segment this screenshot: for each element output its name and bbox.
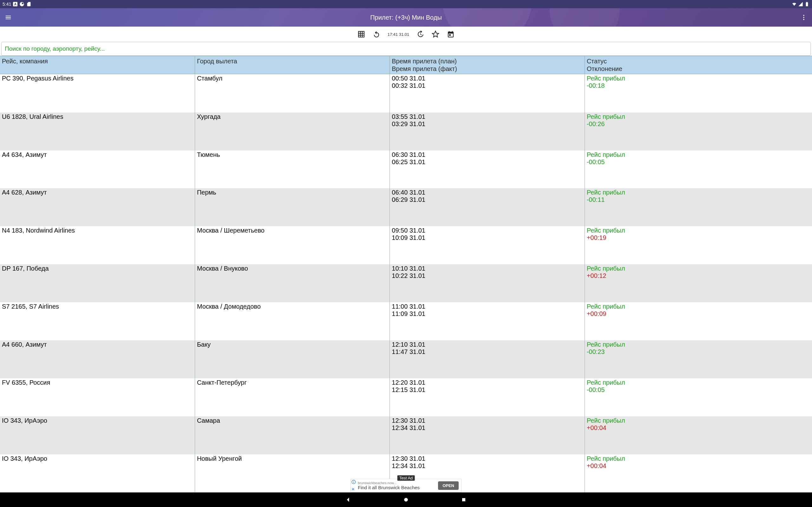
cell-status: Рейс прибыл-00:23 (585, 340, 812, 378)
svg-point-0 (803, 15, 804, 16)
table-row[interactable]: U6 1828, Ural AirlinesХургада03:55 31.01… (0, 112, 812, 151)
nav-back-button[interactable] (345, 496, 352, 503)
cell-city: Москва / Внуково (195, 264, 390, 302)
overflow-menu-button[interactable] (799, 13, 808, 22)
table-row[interactable]: IO 343, ИрАэроСамара12:30 31.0112:34 31.… (0, 416, 812, 454)
table-header-row: Рейс, компания Город вылета Время прилет… (0, 56, 812, 74)
table-row[interactable]: A4 628, АзимутПермь06:40 31.0106:29 31.0… (0, 188, 812, 226)
cell-time: 11:00 31.0111:09 31.01 (390, 302, 585, 340)
svg-rect-9 (353, 482, 354, 483)
refresh-button[interactable] (372, 30, 380, 38)
ad-line2: Find it all Brunswick Beaches (358, 485, 420, 491)
status-keyboard-icon: A (13, 2, 17, 6)
nav-recent-button[interactable] (460, 496, 467, 503)
cell-flight: IO 343, ИрАэро (0, 454, 195, 493)
status-time: 5:41 (3, 2, 11, 7)
cell-time: 12:10 31.0111:47 31.01 (390, 340, 585, 378)
table-row[interactable]: A4 660, АзимутБаку12:10 31.0111:47 31.01… (0, 340, 812, 378)
cell-flight: U6 1828, Ural Airlines (0, 112, 195, 151)
cell-city: Пермь (195, 188, 390, 226)
nav-home-button[interactable] (403, 496, 409, 503)
status-progress-icon (19, 2, 24, 7)
cell-status: Рейс прибыл+00:04 (585, 416, 812, 454)
cell-status: Рейс прибыл-00:18 (585, 74, 812, 112)
cell-time: 10:10 31.0110:22 31.01 (390, 264, 585, 302)
cell-status: Рейс прибыл+00:09 (585, 302, 812, 340)
cell-city: Баку (195, 340, 390, 378)
col-header-deviation-label: Отклонение (587, 65, 810, 72)
cell-city: Санкт-Петербург (195, 378, 390, 416)
menu-button[interactable] (4, 13, 13, 22)
table-row[interactable]: DP 167, ПобедаМосква / Внуково10:10 31.0… (0, 264, 812, 302)
svg-rect-3 (358, 32, 364, 37)
search-input[interactable] (1, 42, 811, 56)
col-header-time[interactable]: Время прилета (план) Время прилета (факт… (390, 56, 585, 74)
cell-time: 06:30 31.0106:25 31.01 (390, 151, 585, 188)
cell-time: 12:30 31.0112:34 31.01 (390, 416, 585, 454)
cell-time: 09:50 31.0110:09 31.01 (390, 226, 585, 264)
toolbar-timestamp: 17:41 31.01 (388, 32, 409, 37)
cell-status: Рейс прибыл-00:05 (585, 378, 812, 416)
col-header-time-fact: Время прилета (факт) (392, 65, 582, 72)
cell-city: Москва / Домодедово (195, 302, 390, 340)
cell-time: 03:55 31.0103:29 31.01 (390, 112, 585, 151)
col-header-status-label: Статус (587, 57, 810, 65)
cell-flight: A4 634, Азимут (0, 151, 195, 188)
cell-city: Самара (195, 416, 390, 454)
cell-flight: A4 628, Азимут (0, 188, 195, 226)
svg-point-1 (803, 17, 804, 18)
cell-city: Тюмень (195, 151, 390, 188)
history-button[interactable] (416, 30, 424, 38)
wifi-icon (792, 2, 797, 7)
cell-time: 00:50 31.0100:32 31.01 (390, 74, 585, 112)
svg-point-2 (803, 19, 804, 20)
flights-table: Рейс, компания Город вылета Время прилет… (0, 56, 812, 493)
cell-flight: A4 660, Азимут (0, 340, 195, 378)
cell-status: Рейс прибыл+00:19 (585, 226, 812, 264)
calendar-button[interactable] (447, 30, 455, 38)
status-sd-icon (26, 2, 32, 7)
cell-city: Хургада (195, 112, 390, 151)
app-bar: Прилет: (+3ч) Мин Воды (0, 8, 812, 26)
cell-time: 06:40 31.0106:29 31.01 (390, 188, 585, 226)
cell-flight: IO 343, ИрАэро (0, 416, 195, 454)
cell-status: Рейс прибыл-00:05 (585, 151, 812, 188)
cell-flight: PC 390, Pegasus Airlines (0, 74, 195, 112)
table-row[interactable]: S7 2165, S7 AirlinesМосква / Домодедово1… (0, 302, 812, 340)
table-row[interactable]: PC 390, Pegasus AirlinesСтамбул00:50 31.… (0, 74, 812, 112)
ad-info-icon[interactable] (351, 480, 356, 484)
grid-view-button[interactable] (357, 30, 365, 38)
cell-status: Рейс прибыл+00:12 (585, 264, 812, 302)
ad-close-button[interactable]: ✕ (351, 487, 355, 492)
android-nav-bar (0, 493, 812, 507)
svg-rect-12 (462, 498, 465, 501)
col-header-status[interactable]: Статус Отклонение (585, 56, 812, 74)
favorite-button[interactable] (432, 30, 440, 38)
cell-flight: DP 167, Победа (0, 264, 195, 302)
cell-flight: FV 6355, Россия (0, 378, 195, 416)
table-row[interactable]: A4 634, АзимутТюмень06:30 31.0106:25 31.… (0, 151, 812, 188)
status-bar: 5:41 A (0, 0, 812, 8)
toolbar: 17:41 31.01 (0, 26, 812, 42)
ad-badge: Test Ad (397, 475, 415, 481)
cell-time: 12:20 31.0112:15 31.01 (390, 378, 585, 416)
cell-status: Рейс прибыл-00:11 (585, 188, 812, 226)
page-title: Прилет: (+3ч) Мин Воды (370, 14, 442, 21)
col-header-city[interactable]: Город вылета (195, 56, 390, 74)
ad-banner: Test Ad ✕ brunswickbeaches.now... Find i… (351, 479, 461, 493)
col-header-time-plan: Время прилета (план) (392, 57, 582, 65)
table-row[interactable]: FV 6355, РоссияСанкт-Петербург12:20 31.0… (0, 378, 812, 416)
ad-open-button[interactable]: OPEN (438, 481, 459, 490)
col-header-flight[interactable]: Рейс, компания (0, 56, 195, 74)
svg-point-11 (404, 498, 408, 502)
table-row[interactable]: N4 183, Nordwind AirlinesМосква / Шереме… (0, 226, 812, 264)
cell-status: Рейс прибыл+00:04 (585, 454, 812, 493)
cell-flight: N4 183, Nordwind Airlines (0, 226, 195, 264)
cell-status: Рейс прибыл-00:26 (585, 112, 812, 151)
cell-city: Стамбул (195, 74, 390, 112)
cell-city: Москва / Шереметьево (195, 226, 390, 264)
battery-icon (804, 2, 809, 7)
signal-icon (798, 2, 803, 7)
cell-flight: S7 2165, S7 Airlines (0, 302, 195, 340)
